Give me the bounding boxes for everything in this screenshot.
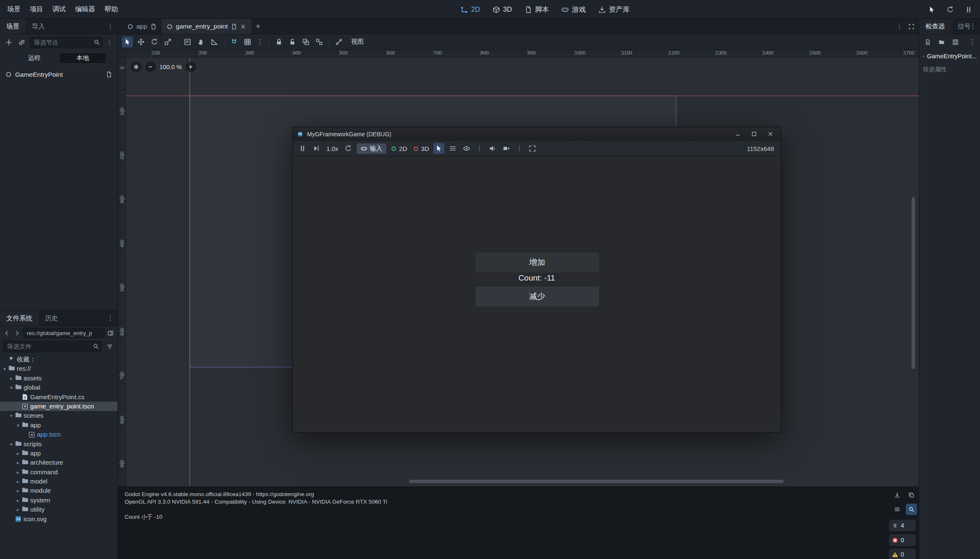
tree-item-icon-svg[interactable]: icon.svg: [0, 515, 117, 524]
nav-forward-button[interactable]: [13, 328, 21, 338]
add-node-button[interactable]: [3, 37, 14, 48]
tree-item-game-entry-point-tscn[interactable]: game_entry_point.tscn: [0, 402, 117, 411]
lock-node-button[interactable]: [274, 36, 284, 47]
menu-project[interactable]: 项目: [25, 3, 48, 16]
suspend-button[interactable]: [297, 143, 308, 154]
tree-item-gameentrypoint-cs[interactable]: GameEntryPoint.cs: [0, 393, 117, 402]
remote-button[interactable]: 远程: [11, 52, 58, 64]
filesystem-menu-icon[interactable]: ⋮: [106, 315, 115, 322]
tree-arrow-icon[interactable]: ▾: [8, 411, 14, 420]
current-path-input[interactable]: [23, 328, 105, 338]
tree-item-assets[interactable]: ▸assets: [0, 374, 117, 383]
next-frame-button[interactable]: [311, 143, 322, 154]
scene-tab-app[interactable]: app: [122, 19, 162, 34]
tree-arrow-icon[interactable]: ▾: [8, 439, 14, 449]
v-ruler[interactable]: 0100200300400500600700800900: [118, 57, 126, 486]
embed-2d-toggle[interactable]: 2D: [389, 145, 408, 152]
tree-item-module[interactable]: ▸module: [0, 486, 117, 495]
fullscreen-button[interactable]: [527, 143, 538, 154]
scale-tool-button[interactable]: [162, 36, 173, 47]
tree-arrow-icon[interactable]: ▸: [15, 477, 21, 486]
select-tool-button[interactable]: [122, 36, 133, 47]
tree-item-scenes[interactable]: ▾scenes: [0, 411, 117, 420]
tree-item--[interactable]: 收藏：: [0, 355, 117, 364]
zoom-in-button[interactable]: [185, 62, 196, 72]
workspace-script[interactable]: 脚本: [524, 5, 549, 14]
camera-options-icon[interactable]: ⋮: [515, 145, 524, 152]
tree-item-app[interactable]: ▸app: [0, 449, 117, 458]
tree-item-utility[interactable]: ▸utility: [0, 505, 117, 514]
skeleton-options-button[interactable]: [334, 36, 344, 47]
menu-editor[interactable]: 编辑器: [70, 3, 100, 16]
search-log-button[interactable]: [906, 504, 917, 515]
expand-viewport-icon[interactable]: [908, 23, 915, 30]
ruler-tool-button[interactable]: [209, 36, 220, 47]
split-view-button[interactable]: [106, 328, 115, 338]
input-mode-button[interactable]: 输入: [357, 143, 386, 154]
warnings-badge[interactable]: 0: [889, 549, 916, 559]
save-resource-button[interactable]: [950, 36, 961, 47]
script-icon[interactable]: [150, 23, 156, 30]
zoom-out-button[interactable]: [145, 62, 156, 72]
pick-mode-button[interactable]: [433, 143, 444, 154]
tab-import[interactable]: 导入: [26, 19, 51, 34]
tree-arrow-icon[interactable]: ▸: [15, 496, 21, 505]
instantiate-scene-button[interactable]: [16, 37, 27, 48]
tree-item-command[interactable]: ▸command: [0, 468, 117, 477]
tree-arrow-icon[interactable]: ▾: [2, 364, 8, 373]
minimize-button[interactable]: [731, 129, 744, 139]
errors-badge[interactable]: 0: [889, 534, 916, 546]
tree-item-global[interactable]: ▾global: [0, 383, 117, 392]
script-icon[interactable]: [231, 23, 237, 30]
menu-debug[interactable]: 调试: [48, 3, 70, 16]
move-tool-button[interactable]: [136, 36, 146, 47]
menu-help[interactable]: 帮助: [100, 3, 122, 16]
center-view-button[interactable]: [131, 62, 141, 72]
scene-tree-root-node[interactable]: GameEntryPoint: [0, 69, 117, 80]
workspace-3d[interactable]: 3D: [493, 5, 512, 13]
unlock-node-button[interactable]: [287, 36, 298, 47]
group-button[interactable]: [300, 36, 311, 47]
view-menu-button[interactable]: 视图: [347, 36, 368, 47]
restart-game-button[interactable]: [945, 4, 956, 15]
tree-arrow-icon[interactable]: ▸: [15, 505, 21, 514]
tree-arrow-icon[interactable]: ▾: [8, 383, 14, 392]
zoom-level-label[interactable]: 100.0 %: [159, 64, 182, 70]
game-window-titlebar[interactable]: MyGFrameworkGame (DEBUG): [293, 127, 781, 141]
tree-arrow-icon[interactable]: ▾: [15, 421, 21, 430]
h-ruler[interactable]: 1002003004005006007008009001000110012001…: [126, 49, 919, 57]
local-button[interactable]: 本地: [59, 52, 107, 64]
increase-button[interactable]: 增加: [475, 252, 599, 273]
snap-options-icon[interactable]: ⋮: [255, 39, 265, 45]
filter-nodes-input[interactable]: [29, 37, 103, 48]
resource-options-icon[interactable]: ⋮: [968, 39, 977, 45]
tree-arrow-icon[interactable]: ▸: [15, 449, 21, 458]
camera-override-button[interactable]: [501, 143, 512, 154]
sort-files-button[interactable]: [104, 341, 115, 352]
close-tab-icon[interactable]: [240, 23, 246, 30]
tree-arrow-icon[interactable]: ▸: [15, 468, 21, 477]
inspected-node-row[interactable]: GameEntryPoint...: [919, 49, 980, 63]
tree-item-architecture[interactable]: ▸architecture: [0, 458, 117, 467]
nav-back-button[interactable]: [3, 328, 11, 338]
tree-arrow-icon[interactable]: ▸: [15, 458, 21, 467]
pause-game-button[interactable]: [963, 4, 974, 15]
pan-tool-button[interactable]: [195, 36, 206, 47]
tree-arrow-icon[interactable]: ▸: [15, 486, 21, 495]
scene-tree-menu-icon[interactable]: ⋮: [105, 39, 114, 46]
log-list-button[interactable]: [891, 504, 903, 515]
tree-item-model[interactable]: ▸model: [0, 477, 117, 486]
new-scene-tab-button[interactable]: +: [251, 19, 265, 34]
decrease-button[interactable]: 减少: [475, 286, 599, 307]
tab-scene[interactable]: 场景: [0, 19, 26, 34]
close-button[interactable]: [764, 129, 777, 139]
rotate-tool-button[interactable]: [149, 36, 160, 47]
smart-snap-button[interactable]: [229, 36, 240, 47]
tab-history[interactable]: 历史: [39, 311, 64, 326]
workspace-assetlib[interactable]: 资产库: [598, 5, 630, 14]
canvas-v-scrollbar[interactable]: [912, 197, 915, 369]
speed-label[interactable]: 1.0x: [325, 145, 340, 152]
messages-badge[interactable]: 4: [889, 520, 916, 531]
tab-filesystem[interactable]: 文件系统: [0, 311, 39, 326]
tree-item-app[interactable]: ▾app: [0, 421, 117, 430]
